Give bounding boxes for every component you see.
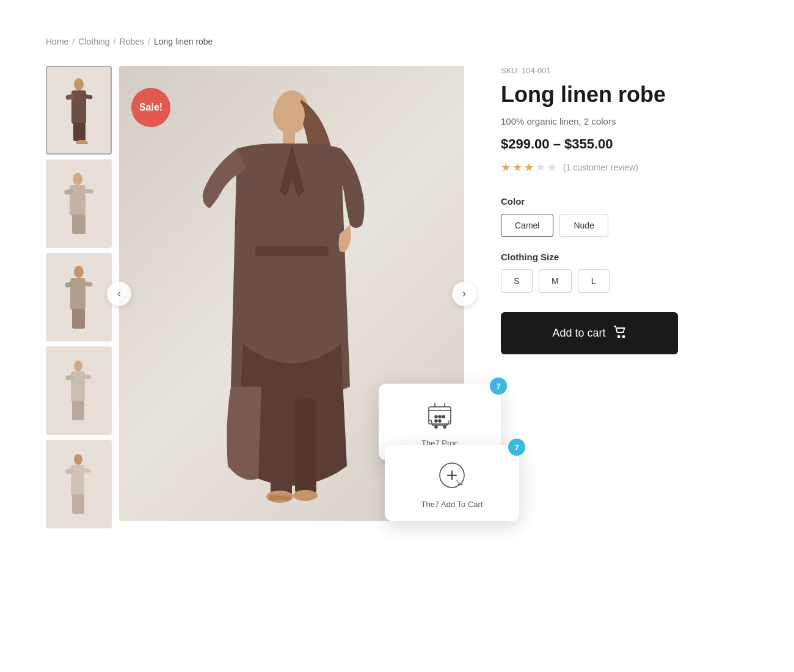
- svg-point-37: [439, 415, 441, 418]
- svg-rect-14: [84, 282, 93, 287]
- breadcrumb-home[interactable]: Home: [46, 37, 68, 46]
- svg-rect-33: [269, 495, 291, 500]
- svg-point-40: [439, 420, 441, 422]
- star-5: ★: [547, 161, 557, 174]
- thumbnail-1[interactable]: [46, 66, 112, 155]
- size-buttons: S M L: [501, 269, 748, 293]
- breadcrumb-robes[interactable]: Robes: [120, 37, 144, 46]
- thumbnail-2[interactable]: [46, 159, 112, 248]
- product-subtitle: 100% organic linen, 2 colors: [501, 116, 748, 126]
- carousel-next-button[interactable]: ›: [452, 282, 476, 306]
- size-option-group: Clothing Size S M L: [501, 252, 748, 293]
- color-button-camel[interactable]: Camel: [501, 214, 553, 237]
- svg-rect-29: [255, 246, 329, 256]
- review-count[interactable]: (1 customer review): [563, 163, 638, 172]
- svg-rect-10: [72, 214, 86, 234]
- svg-point-39: [435, 420, 437, 422]
- product-layout: Sale!: [46, 66, 748, 528]
- star-4: ★: [536, 161, 545, 174]
- svg-point-6: [73, 173, 82, 185]
- thumbnail-4[interactable]: [46, 346, 112, 435]
- svg-point-11: [74, 266, 84, 278]
- main-image-area: Sale!: [119, 66, 464, 521]
- product-reviews: ★ ★ ★ ★ ★ (1 customer review): [501, 161, 748, 174]
- star-2: ★: [512, 161, 522, 174]
- svg-rect-25: [72, 494, 84, 514]
- svg-rect-15: [72, 309, 85, 329]
- svg-rect-12: [70, 278, 86, 310]
- size-button-m[interactable]: M: [539, 269, 572, 293]
- star-1: ★: [501, 161, 511, 174]
- svg-rect-28: [283, 130, 295, 145]
- svg-rect-9: [85, 189, 93, 194]
- breadcrumb-sep-3: /: [148, 37, 150, 46]
- svg-rect-22: [71, 465, 84, 495]
- carousel-prev-button[interactable]: ‹: [107, 282, 131, 306]
- star-3: ★: [524, 161, 534, 174]
- color-buttons: Camel Nude: [501, 214, 748, 237]
- tooltip-icon-1: [421, 396, 458, 433]
- breadcrumb-sep-2: /: [114, 37, 116, 46]
- color-label: Color: [501, 196, 748, 206]
- svg-point-42: [443, 426, 446, 428]
- tooltip-wrapper: 7: [379, 384, 501, 460]
- thumbnail-list: [46, 66, 112, 528]
- breadcrumb-current: Long linen robe: [154, 37, 213, 46]
- svg-point-21: [74, 454, 82, 465]
- svg-rect-20: [72, 401, 84, 420]
- tooltip-icon-2: [434, 457, 470, 494]
- svg-point-47: [622, 336, 624, 338]
- product-title: Long linen robe: [501, 81, 748, 108]
- color-button-nude[interactable]: Nude: [559, 214, 608, 237]
- breadcrumb-sep-1: /: [72, 37, 75, 46]
- tooltip-badge-1: 7: [490, 378, 507, 395]
- svg-point-38: [442, 415, 445, 418]
- tooltip-card-2[interactable]: 7 The7 Add To Cart: [385, 445, 519, 521]
- svg-point-41: [435, 426, 437, 428]
- cart-icon: [613, 326, 627, 341]
- tooltip-label-2: The7 Add To Cart: [421, 500, 483, 509]
- tooltip-badge-2: 7: [508, 439, 525, 456]
- size-label: Clothing Size: [501, 252, 748, 262]
- star-rating: ★ ★ ★ ★ ★: [501, 161, 557, 174]
- svg-point-46: [617, 336, 619, 338]
- svg-point-36: [435, 415, 437, 418]
- add-to-cart-label: Add to cart: [552, 327, 605, 340]
- thumbnail-3[interactable]: [46, 253, 112, 341]
- svg-rect-24: [83, 468, 91, 473]
- color-option-group: Color Camel Nude: [501, 196, 748, 237]
- product-sku: SKU: 104-001: [501, 66, 748, 75]
- svg-point-34: [293, 490, 318, 501]
- svg-rect-7: [70, 185, 86, 216]
- svg-rect-4: [73, 123, 86, 141]
- svg-point-45: [461, 484, 463, 486]
- product-price: $299.00 – $355.00: [501, 136, 748, 152]
- svg-rect-31: [295, 399, 316, 494]
- svg-point-27: [273, 97, 305, 133]
- sale-badge: Sale!: [131, 88, 170, 127]
- breadcrumb-clothing[interactable]: Clothing: [78, 37, 109, 46]
- size-button-s[interactable]: S: [501, 269, 533, 293]
- add-to-cart-button[interactable]: Add to cart: [501, 312, 678, 354]
- thumbnail-5[interactable]: [46, 440, 112, 528]
- size-button-l[interactable]: L: [578, 269, 610, 293]
- breadcrumb: Home / Clothing / Robes / Long linen rob…: [46, 37, 748, 46]
- svg-rect-30: [271, 399, 292, 497]
- svg-rect-19: [84, 374, 92, 379]
- svg-point-16: [74, 360, 82, 371]
- product-details: SKU: 104-001 Long linen robe 100% organi…: [464, 66, 748, 354]
- svg-point-44: [458, 484, 460, 486]
- svg-point-0: [74, 78, 84, 90]
